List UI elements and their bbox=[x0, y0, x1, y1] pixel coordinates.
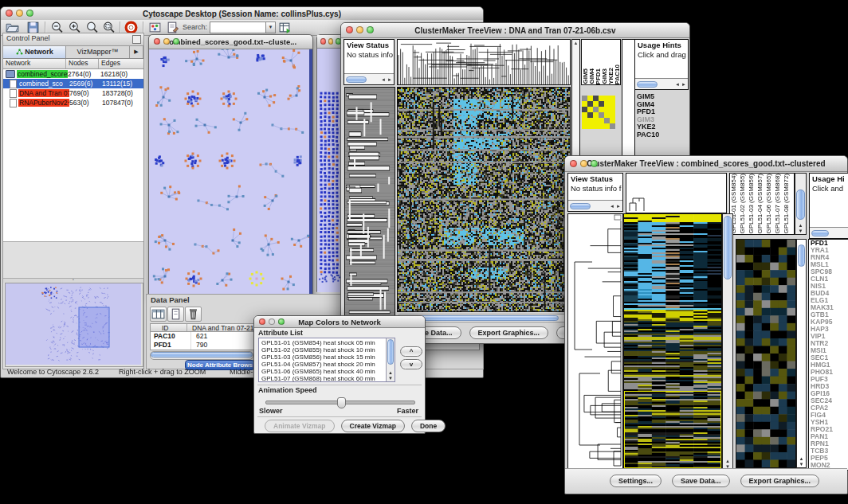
treeview-button[interactable]: Export Graphics... bbox=[469, 326, 549, 339]
column-label[interactable]: GIM3 bbox=[601, 40, 607, 84]
close-button[interactable] bbox=[6, 10, 13, 17]
zoom-cell[interactable] bbox=[599, 118, 604, 123]
zoom-cell[interactable] bbox=[610, 112, 615, 118]
zoom-cell[interactable] bbox=[593, 96, 599, 101]
gene-label[interactable]: CPA2 bbox=[811, 404, 848, 412]
zoom-button[interactable] bbox=[26, 10, 33, 17]
view-status-scrollbar[interactable]: ◄ ► bbox=[568, 200, 622, 211]
gene-label[interactable]: ELG1 bbox=[811, 297, 848, 304]
zoom-heatmap-canvas[interactable] bbox=[736, 240, 795, 467]
gene-label[interactable]: BUD4 bbox=[811, 290, 848, 297]
zoom-cell[interactable] bbox=[599, 101, 604, 107]
zoom-button[interactable] bbox=[173, 38, 179, 45]
attribute-item[interactable]: GPL51-01 (GSM854) heat shock 05 min bbox=[261, 339, 395, 346]
heatmap-vscrollbar[interactable]: ▲▼ bbox=[722, 213, 733, 471]
treeview-button[interactable]: Export Graphics... bbox=[740, 475, 820, 487]
zoom-cell[interactable] bbox=[610, 101, 615, 107]
scroll-arrows[interactable]: ▲▼ bbox=[387, 370, 395, 381]
minimize-button[interactable] bbox=[16, 10, 23, 17]
attribute-item[interactable]: GPL51-04 (GSM857) heat shock 20 min bbox=[261, 361, 395, 368]
zoom-cell[interactable] bbox=[593, 118, 599, 123]
dialog-button[interactable]: Animate Vizmap bbox=[265, 420, 335, 432]
attribute-item[interactable]: GPL51-06 (GSM865) heat shock 40 min bbox=[261, 368, 395, 375]
vizmapper-icon[interactable] bbox=[148, 21, 162, 34]
zoom-vscrollbar[interactable]: ▲▼ bbox=[796, 239, 807, 468]
column-label[interactable]: GPL51-08 (GSM872) bbox=[783, 174, 791, 234]
zoom-panel-vscrollbar[interactable]: ▲ bbox=[571, 39, 580, 172]
column-dendrogram-panel[interactable] bbox=[626, 173, 727, 213]
zoom-heatmap[interactable] bbox=[582, 96, 615, 129]
column-label[interactable]: GIM4 bbox=[588, 40, 595, 84]
gene-label[interactable]: MSL1 bbox=[811, 261, 848, 268]
scroll-right-icon[interactable]: ► bbox=[616, 204, 621, 209]
scroll-arrows[interactable]: ▲▼ bbox=[795, 223, 806, 234]
gene-label[interactable]: RPO21 bbox=[811, 426, 848, 433]
move-up-button[interactable]: ^ bbox=[400, 346, 422, 357]
zoom-cell[interactable] bbox=[587, 118, 593, 123]
zoom-cell[interactable] bbox=[593, 101, 599, 107]
gene-label[interactable]: RNR4 bbox=[811, 254, 848, 261]
column-label[interactable]: GPL51-06 (GSM865) bbox=[765, 174, 774, 234]
main-heatmap-canvas[interactable] bbox=[398, 88, 570, 311]
delete-attribute-trash-icon[interactable] bbox=[185, 307, 202, 322]
row-dendrogram-canvas[interactable] bbox=[568, 214, 622, 470]
minimize-button[interactable] bbox=[269, 318, 275, 325]
gene-label[interactable]: PHO81 bbox=[811, 369, 848, 376]
scroll-left-icon[interactable]: ◄ bbox=[610, 204, 614, 209]
zoom-cell[interactable] bbox=[582, 112, 587, 118]
gene-label[interactable]: GTB1 bbox=[811, 311, 848, 318]
gene-label[interactable]: NTR2 bbox=[811, 340, 848, 347]
tab-vizmapper[interactable]: VizMapper™ bbox=[66, 46, 129, 58]
network-view-titlebar[interactable]: combined_scores_good.txt--cluste... bbox=[149, 35, 312, 49]
zoom-cell[interactable] bbox=[604, 101, 610, 107]
main-heatmap-panel[interactable] bbox=[623, 213, 722, 471]
gene-label[interactable]: PEP5 bbox=[811, 455, 848, 462]
zoom-button[interactable] bbox=[591, 160, 598, 167]
zoom-cell[interactable] bbox=[610, 107, 615, 112]
col-edges[interactable]: Edges bbox=[99, 59, 143, 68]
zoom-cell[interactable] bbox=[587, 96, 593, 101]
float-panel-icon[interactable] bbox=[132, 35, 141, 44]
col-network[interactable]: Network bbox=[3, 59, 66, 68]
column-label[interactable]: YKE2 bbox=[607, 40, 614, 84]
gene-label[interactable]: NIS1 bbox=[811, 283, 848, 290]
import-table-icon[interactable] bbox=[278, 21, 292, 34]
zoom-cell[interactable] bbox=[587, 112, 593, 118]
dialog-button[interactable]: Done bbox=[411, 420, 446, 432]
tab-overflow-arrow[interactable]: ▶ bbox=[130, 46, 143, 58]
treeview-button[interactable]: Save Data... bbox=[672, 475, 730, 487]
gene-label[interactable]: PAN1 bbox=[811, 433, 848, 440]
scroll-up-icon[interactable]: ▲ bbox=[572, 40, 579, 46]
gene-label[interactable]: HMG1 bbox=[811, 361, 848, 369]
zoom-cell[interactable] bbox=[582, 101, 587, 107]
column-label[interactable]: PFD1 bbox=[595, 40, 601, 84]
column-label[interactable]: GPL51-02 (GSM855) bbox=[739, 174, 748, 234]
network-overview-canvas[interactable] bbox=[6, 283, 141, 365]
column-label[interactable]: PAC10 bbox=[614, 40, 620, 84]
row-dendrogram-panel[interactable] bbox=[567, 213, 623, 471]
column-label[interactable]: GPL51-03 (GSM856) bbox=[748, 174, 756, 234]
close-button[interactable] bbox=[346, 26, 353, 33]
network-list-row[interactable]: combined_sco2569(6)13112(15) bbox=[3, 79, 143, 88]
zoom-cell[interactable] bbox=[604, 123, 610, 129]
gene-label[interactable]: YSH1 bbox=[811, 419, 848, 426]
usage-scrollbar[interactable] bbox=[810, 227, 848, 238]
dialog-titlebar[interactable]: Map Colors to Network bbox=[254, 316, 425, 328]
zoom-button[interactable] bbox=[278, 318, 285, 325]
zoom-cell[interactable] bbox=[587, 123, 593, 129]
treeview1-titlebar[interactable]: ClusterMaker TreeView : DNA and Tran 07-… bbox=[341, 23, 689, 38]
close-button[interactable] bbox=[320, 38, 326, 45]
zoom-cell[interactable] bbox=[593, 107, 599, 112]
gene-label[interactable]: KAP95 bbox=[811, 318, 848, 326]
scroll-right-icon[interactable]: ► bbox=[387, 77, 392, 82]
gene-label[interactable]: SEC24 bbox=[811, 397, 848, 404]
gene-label[interactable]: HAP3 bbox=[811, 326, 848, 333]
gene-label[interactable]: VIP1 bbox=[811, 333, 848, 340]
close-button[interactable] bbox=[154, 38, 160, 45]
main-titlebar[interactable]: Cytoscape Desktop (Session Name: collins… bbox=[1, 7, 483, 21]
speed-slider-thumb[interactable] bbox=[337, 397, 346, 408]
annotation-icon[interactable] bbox=[166, 21, 179, 34]
column-dendrogram-canvas[interactable] bbox=[398, 40, 570, 84]
zoom-cell[interactable] bbox=[587, 107, 593, 112]
scroll-left-icon[interactable]: ◄ bbox=[675, 82, 680, 87]
